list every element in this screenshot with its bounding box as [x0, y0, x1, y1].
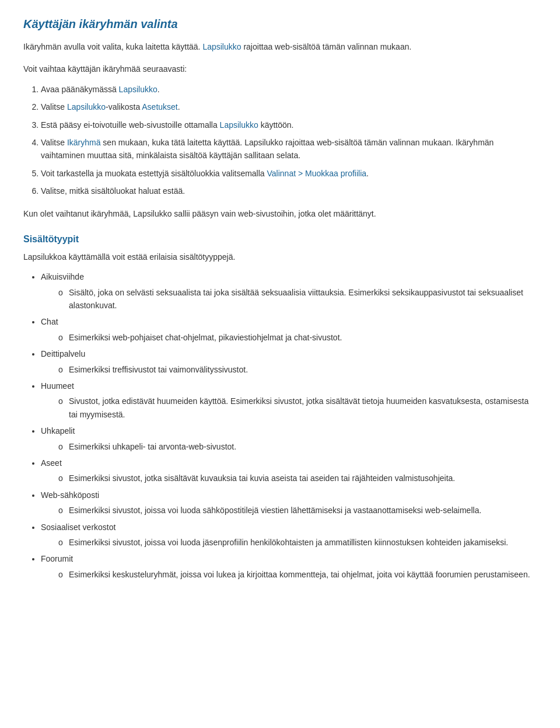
list-item: Chat Esimerkiksi web-pohjaiset chat-ohje… — [41, 315, 537, 344]
sub-list: Esimerkiksi sivustot, joissa voi luoda j… — [58, 536, 537, 549]
category-name: Sosiaaliset verkostot — [41, 523, 116, 532]
category-name: Chat — [41, 317, 58, 326]
list-item: Esimerkiksi sivustot, joissa voi luoda j… — [58, 536, 537, 549]
list-item: Huumeet Sivustot, jotka edistävät huumei… — [41, 379, 537, 421]
step-2: Valitse Lapsilukko-valikosta Asetukset. — [41, 100, 537, 113]
step-4: Valitse Ikäryhmä sen mukaan, kuka tätä l… — [41, 136, 537, 162]
intro1-link: Lapsilukko — [202, 42, 241, 51]
list-item: Esimerkiksi sivustot, jotka sisältävät k… — [58, 472, 537, 485]
list-item: Foorumit Esimerkiksi keskusteluryhmät, j… — [41, 552, 537, 581]
list-item: Sivustot, jotka edistävät huumeiden käyt… — [58, 395, 537, 421]
category-name: Uhkapelit — [41, 426, 75, 436]
list-item: Sisältö, joka on selvästi seksuaalista t… — [58, 286, 537, 312]
intro-paragraph-2: Voit vaihtaa käyttäjän ikäryhmää seuraav… — [23, 62, 537, 75]
summary-text: Kun olet vaihtanut ikäryhmää, Lapsilukko… — [23, 207, 537, 220]
sub-list: Esimerkiksi sivustot, jotka sisältävät k… — [58, 472, 537, 485]
sub-list: Esimerkiksi keskusteluryhmät, joissa voi… — [58, 568, 537, 581]
step-3: Estä pääsy ei-toivotuille web-sivustoill… — [41, 119, 537, 131]
sub-list: Esimerkiksi treffisivustot tai vaimonväl… — [58, 363, 537, 376]
category-name: Deittipalvelu — [41, 349, 85, 358]
step-6: Valitse, mitkä sisältöluokat haluat estä… — [41, 184, 537, 197]
category-name: Aseet — [41, 458, 62, 468]
category-name: Web-sähköposti — [41, 490, 99, 500]
list-item: Esimerkiksi treffisivustot tai vaimonväl… — [58, 363, 537, 376]
category-name: Huumeet — [41, 381, 74, 391]
page-title: Käyttäjän ikäryhmän valinta — [23, 18, 537, 31]
sub-list: Esimerkiksi uhkapeli- tai arvonta-web-si… — [58, 440, 537, 453]
category-name: Aikuisviihde — [41, 272, 84, 281]
list-item: Esimerkiksi sivustot, joissa voi luoda s… — [58, 504, 537, 517]
step-5: Voit tarkastella ja muokata estettyjä si… — [41, 167, 537, 180]
steps-list: Avaa päänäkymässä Lapsilukko. Valitse La… — [41, 83, 537, 198]
sub-list: Esimerkiksi web-pohjaiset chat-ohjelmat,… — [58, 331, 537, 344]
step-1: Avaa päänäkymässä Lapsilukko. — [41, 83, 537, 96]
list-item: Esimerkiksi uhkapeli- tai arvonta-web-si… — [58, 440, 537, 453]
section-intro: Lapsilukkoa käyttämällä voit estää erila… — [23, 250, 537, 263]
list-item: Deittipalvelu Esimerkiksi treffisivustot… — [41, 347, 537, 376]
list-item: Uhkapelit Esimerkiksi uhkapeli- tai arvo… — [41, 424, 537, 453]
list-item: Aikuisviihde Sisältö, joka on selvästi s… — [41, 270, 537, 312]
intro1-cont: rajoittaa web-sisältöä tämän valinnan mu… — [243, 42, 411, 51]
intro-paragraph-1: Ikäryhmän avulla voit valita, kuka laite… — [23, 40, 537, 53]
category-name: Foorumit — [41, 554, 73, 563]
list-item: Aseet Esimerkiksi sivustot, jotka sisält… — [41, 457, 537, 485]
section-title: Sisältötyypit — [23, 234, 537, 245]
list-item: Web-sähköposti Esimerkiksi sivustot, joi… — [41, 489, 537, 517]
categories-list: Aikuisviihde Sisältö, joka on selvästi s… — [41, 270, 537, 581]
list-item: Sosiaaliset verkostot Esimerkiksi sivust… — [41, 521, 537, 549]
intro1-text: Ikäryhmän avulla voit valita, kuka laite… — [23, 42, 200, 51]
sub-list: Sivustot, jotka edistävät huumeiden käyt… — [58, 395, 537, 421]
sub-list: Sisältö, joka on selvästi seksuaalista t… — [58, 286, 537, 312]
list-item: Esimerkiksi web-pohjaiset chat-ohjelmat,… — [58, 331, 537, 344]
sub-list: Esimerkiksi sivustot, joissa voi luoda s… — [58, 504, 537, 517]
list-item: Esimerkiksi keskusteluryhmät, joissa voi… — [58, 568, 537, 581]
